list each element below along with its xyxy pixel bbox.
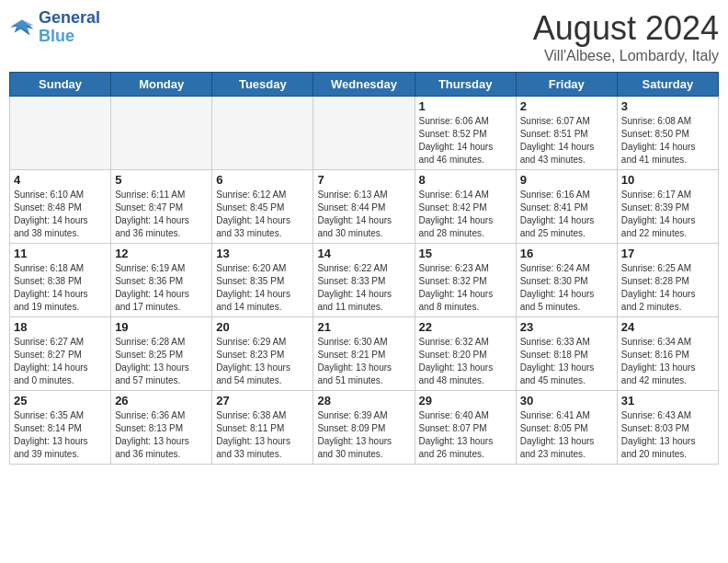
- calendar-cell: 20Sunrise: 6:29 AM Sunset: 8:23 PM Dayli…: [212, 317, 313, 391]
- day-number: 25: [14, 394, 107, 408]
- calendar-cell: 14Sunrise: 6:22 AM Sunset: 8:33 PM Dayli…: [313, 244, 415, 317]
- calendar-cell: 26Sunrise: 6:36 AM Sunset: 8:13 PM Dayli…: [111, 391, 212, 465]
- calendar-cell: 9Sunrise: 6:16 AM Sunset: 8:41 PM Daylig…: [516, 170, 617, 244]
- calendar-cell: 22Sunrise: 6:32 AM Sunset: 8:20 PM Dayli…: [415, 317, 516, 391]
- calendar-cell: 12Sunrise: 6:19 AM Sunset: 8:36 PM Dayli…: [111, 244, 212, 317]
- calendar-cell: 6Sunrise: 6:12 AM Sunset: 8:45 PM Daylig…: [212, 170, 313, 244]
- cell-info: Sunrise: 6:20 AM Sunset: 8:35 PM Dayligh…: [216, 262, 309, 314]
- day-number: 18: [14, 320, 107, 334]
- cell-info: Sunrise: 6:08 AM Sunset: 8:50 PM Dayligh…: [621, 115, 714, 167]
- day-number: 23: [520, 320, 613, 334]
- cell-info: Sunrise: 6:27 AM Sunset: 8:27 PM Dayligh…: [14, 336, 107, 387]
- cell-info: Sunrise: 6:33 AM Sunset: 8:18 PM Dayligh…: [520, 336, 613, 387]
- day-number: 5: [115, 173, 208, 187]
- calendar-cell: 16Sunrise: 6:24 AM Sunset: 8:30 PM Dayli…: [516, 244, 617, 317]
- day-number: 29: [419, 394, 512, 408]
- day-number: 17: [621, 247, 714, 260]
- calendar-cell: 21Sunrise: 6:30 AM Sunset: 8:21 PM Dayli…: [313, 317, 415, 391]
- cell-info: Sunrise: 6:35 AM Sunset: 8:14 PM Dayligh…: [14, 409, 107, 461]
- calendar-cell: 13Sunrise: 6:20 AM Sunset: 8:35 PM Dayli…: [212, 244, 313, 317]
- calendar-cell: [212, 97, 313, 170]
- calendar-cell: 5Sunrise: 6:11 AM Sunset: 8:47 PM Daylig…: [111, 170, 212, 244]
- title-block: August 2024 Vill'Albese, Lombardy, Italy: [533, 9, 719, 64]
- page-title: August 2024: [533, 9, 719, 48]
- day-number: 14: [317, 247, 410, 260]
- weekday-header-sunday: Sunday: [10, 73, 111, 97]
- calendar-week-3: 11Sunrise: 6:18 AM Sunset: 8:38 PM Dayli…: [10, 244, 719, 317]
- calendar-cell: 18Sunrise: 6:27 AM Sunset: 8:27 PM Dayli…: [10, 317, 111, 391]
- cell-info: Sunrise: 6:28 AM Sunset: 8:25 PM Dayligh…: [115, 336, 208, 387]
- calendar-cell: 2Sunrise: 6:07 AM Sunset: 8:51 PM Daylig…: [516, 97, 617, 170]
- day-number: 26: [115, 394, 208, 408]
- cell-info: Sunrise: 6:36 AM Sunset: 8:13 PM Dayligh…: [115, 409, 208, 461]
- cell-info: Sunrise: 6:11 AM Sunset: 8:47 PM Dayligh…: [115, 189, 208, 240]
- day-number: 30: [520, 394, 613, 408]
- calendar-week-1: 1Sunrise: 6:06 AM Sunset: 8:52 PM Daylig…: [10, 97, 719, 170]
- calendar-cell: 4Sunrise: 6:10 AM Sunset: 8:48 PM Daylig…: [10, 170, 111, 244]
- day-number: 15: [419, 247, 512, 260]
- page-header: General Blue August 2024 Vill'Albese, Lo…: [9, 9, 719, 64]
- day-number: 27: [216, 394, 309, 408]
- cell-info: Sunrise: 6:18 AM Sunset: 8:38 PM Dayligh…: [14, 262, 107, 314]
- day-number: 19: [115, 320, 208, 334]
- day-number: 7: [317, 173, 410, 187]
- cell-info: Sunrise: 6:22 AM Sunset: 8:33 PM Dayligh…: [317, 262, 410, 314]
- cell-info: Sunrise: 6:32 AM Sunset: 8:20 PM Dayligh…: [419, 336, 512, 387]
- cell-info: Sunrise: 6:14 AM Sunset: 8:42 PM Dayligh…: [419, 189, 512, 240]
- calendar-cell: 8Sunrise: 6:14 AM Sunset: 8:42 PM Daylig…: [415, 170, 516, 244]
- calendar-cell: 25Sunrise: 6:35 AM Sunset: 8:14 PM Dayli…: [10, 391, 111, 465]
- logo-icon: [9, 15, 35, 40]
- weekday-header-tuesday: Tuesday: [212, 73, 313, 97]
- cell-info: Sunrise: 6:16 AM Sunset: 8:41 PM Dayligh…: [520, 189, 613, 240]
- cell-info: Sunrise: 6:41 AM Sunset: 8:05 PM Dayligh…: [520, 409, 613, 461]
- calendar-cell: 29Sunrise: 6:40 AM Sunset: 8:07 PM Dayli…: [415, 391, 516, 465]
- cell-info: Sunrise: 6:19 AM Sunset: 8:36 PM Dayligh…: [115, 262, 208, 314]
- weekday-header-wednesday: Wednesday: [313, 73, 415, 97]
- day-number: 21: [317, 320, 410, 334]
- day-number: 4: [14, 173, 107, 187]
- calendar-cell: [10, 97, 111, 170]
- day-number: 28: [317, 394, 410, 408]
- cell-info: Sunrise: 6:06 AM Sunset: 8:52 PM Dayligh…: [419, 115, 512, 167]
- calendar-cell: 28Sunrise: 6:39 AM Sunset: 8:09 PM Dayli…: [313, 391, 415, 465]
- day-number: 16: [520, 247, 613, 260]
- day-number: 10: [621, 173, 714, 187]
- calendar-week-2: 4Sunrise: 6:10 AM Sunset: 8:48 PM Daylig…: [10, 170, 719, 244]
- day-number: 3: [621, 99, 714, 113]
- cell-info: Sunrise: 6:34 AM Sunset: 8:16 PM Dayligh…: [621, 336, 714, 387]
- weekday-header-friday: Friday: [516, 73, 617, 97]
- day-number: 13: [216, 247, 309, 260]
- logo-text: General Blue: [39, 9, 100, 46]
- calendar-week-4: 18Sunrise: 6:27 AM Sunset: 8:27 PM Dayli…: [10, 317, 719, 391]
- calendar-cell: 7Sunrise: 6:13 AM Sunset: 8:44 PM Daylig…: [313, 170, 415, 244]
- calendar-cell: 11Sunrise: 6:18 AM Sunset: 8:38 PM Dayli…: [10, 244, 111, 317]
- calendar-cell: 3Sunrise: 6:08 AM Sunset: 8:50 PM Daylig…: [617, 97, 718, 170]
- calendar-cell: [111, 97, 212, 170]
- cell-info: Sunrise: 6:43 AM Sunset: 8:03 PM Dayligh…: [621, 409, 714, 461]
- logo: General Blue: [9, 9, 100, 46]
- calendar-cell: 27Sunrise: 6:38 AM Sunset: 8:11 PM Dayli…: [212, 391, 313, 465]
- cell-info: Sunrise: 6:29 AM Sunset: 8:23 PM Dayligh…: [216, 336, 309, 387]
- day-number: 24: [621, 320, 714, 334]
- weekday-header-thursday: Thursday: [415, 73, 516, 97]
- calendar-cell: 10Sunrise: 6:17 AM Sunset: 8:39 PM Dayli…: [617, 170, 718, 244]
- day-number: 11: [14, 247, 107, 260]
- cell-info: Sunrise: 6:39 AM Sunset: 8:09 PM Dayligh…: [317, 409, 410, 461]
- cell-info: Sunrise: 6:24 AM Sunset: 8:30 PM Dayligh…: [520, 262, 613, 314]
- cell-info: Sunrise: 6:38 AM Sunset: 8:11 PM Dayligh…: [216, 409, 309, 461]
- calendar-table: SundayMondayTuesdayWednesdayThursdayFrid…: [9, 72, 719, 465]
- cell-info: Sunrise: 6:17 AM Sunset: 8:39 PM Dayligh…: [621, 189, 714, 240]
- day-number: 8: [419, 173, 512, 187]
- cell-info: Sunrise: 6:25 AM Sunset: 8:28 PM Dayligh…: [621, 262, 714, 314]
- calendar-week-5: 25Sunrise: 6:35 AM Sunset: 8:14 PM Dayli…: [10, 391, 719, 465]
- cell-info: Sunrise: 6:10 AM Sunset: 8:48 PM Dayligh…: [14, 189, 107, 240]
- calendar-cell: 31Sunrise: 6:43 AM Sunset: 8:03 PM Dayli…: [617, 391, 718, 465]
- calendar-cell: 24Sunrise: 6:34 AM Sunset: 8:16 PM Dayli…: [617, 317, 718, 391]
- calendar-cell: 19Sunrise: 6:28 AM Sunset: 8:25 PM Dayli…: [111, 317, 212, 391]
- day-number: 12: [115, 247, 208, 260]
- day-number: 31: [621, 394, 714, 408]
- day-number: 6: [216, 173, 309, 187]
- day-number: 2: [520, 99, 613, 113]
- calendar-cell: 15Sunrise: 6:23 AM Sunset: 8:32 PM Dayli…: [415, 244, 516, 317]
- day-number: 20: [216, 320, 309, 334]
